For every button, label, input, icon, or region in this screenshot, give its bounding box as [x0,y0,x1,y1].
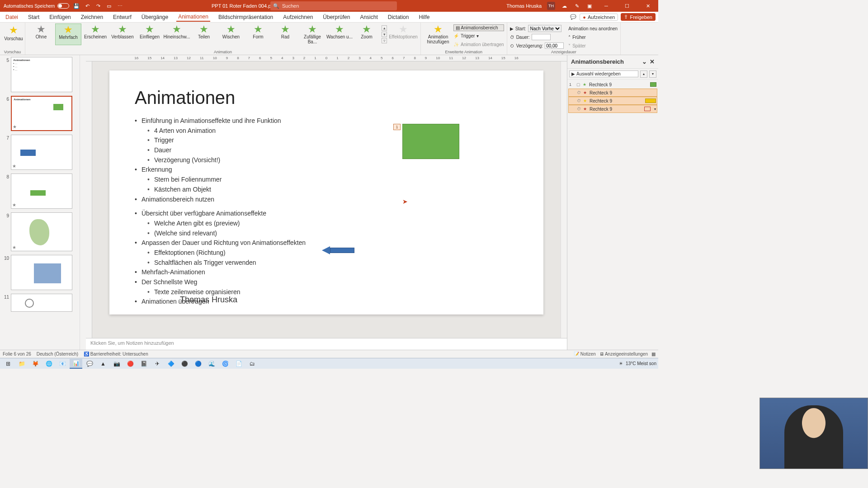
cloud-icon[interactable]: ☁ [561,2,568,9]
weather-icon[interactable]: ☀ [619,361,623,366]
view-normal-icon[interactable]: ▦ [651,352,656,357]
more-icon[interactable]: ⋯ [116,2,123,9]
save-icon[interactable]: 💾 [73,2,80,9]
redo-icon[interactable]: ↷ [94,2,102,9]
thumb-slide-8[interactable]: ★ [11,174,72,209]
slide-author[interactable]: Thomas Hruska [180,295,237,305]
gallery-up[interactable]: ▴ [382,25,387,31]
slide-canvas[interactable]: Animationen Einführung in Animationseffe… [92,61,561,338]
status-notes[interactable]: 📝 Notizen [574,352,596,357]
tab-dictation[interactable]: Dictation [386,13,411,21]
play-selection-button[interactable]: ▶ Auswahl wiedergeben [569,70,638,77]
animation-item[interactable]: ⏱★Rechteck 9▾ [568,105,657,113]
tab-start[interactable]: Start [26,13,41,21]
slide-bullets[interactable]: Einführung in Animationseffekte und ihre… [135,116,518,307]
app4-icon[interactable]: 🔷 [165,359,177,369]
toggle-switch[interactable] [57,3,69,9]
explorer-icon[interactable]: 📁 [15,359,28,369]
firefox-icon[interactable]: 🦊 [29,359,42,369]
app5-icon[interactable]: 🔵 [192,359,204,369]
comments-icon[interactable]: 💬 [570,14,577,21]
tab-help[interactable]: Hilfe [417,13,431,21]
edge-icon[interactable]: 🌀 [219,359,231,369]
minimize-button[interactable]: ─ [599,0,614,12]
tab-view[interactable]: Ansicht [358,13,379,21]
slide[interactable]: Animationen Einführung in Animationseffe… [109,70,543,314]
vlc-icon[interactable]: ▲ [97,359,109,369]
window-icon[interactable]: ▣ [586,2,593,9]
effect-wipe[interactable]: ★Wischen [218,23,244,45]
start-menu-icon[interactable]: ⊞ [2,359,14,369]
effect-appear[interactable]: ★Erscheinen [82,23,108,45]
user-name[interactable]: Thomas Hruska [506,3,542,9]
duration-input[interactable] [532,34,551,40]
thumb-slide-9[interactable]: ★ [11,212,72,251]
animation-item[interactable]: ⏱★Rechteck 9 [568,97,657,105]
undo-icon[interactable]: ↶ [84,2,91,9]
move-earlier[interactable]: ˄ Früher [568,33,618,41]
slideshow-icon[interactable]: ▭ [105,2,113,9]
effect-split[interactable]: ★Teilen [191,23,217,45]
tab-animations[interactable]: Animationen [176,13,210,22]
blue-arrow-shape[interactable] [322,246,354,254]
record-button[interactable]: ●Aufzeichnen [580,14,618,21]
effect-zoom[interactable]: ★Zoom [354,23,380,45]
app6-icon[interactable]: 🌊 [205,359,218,369]
notes-field[interactable]: Klicken Sie, um Notizen hinzuzufügen [86,338,567,350]
app8-icon[interactable]: 🗂 [246,359,259,369]
thumb-slide-6[interactable]: Animationen★ [11,96,72,131]
app-icon[interactable]: 💬 [83,359,96,369]
app3-icon[interactable]: 🔴 [124,359,137,369]
outlook-icon[interactable]: 📧 [56,359,69,369]
tab-transitions[interactable]: Übergänge [140,13,170,21]
chrome-icon[interactable]: 🌐 [42,359,55,369]
effect-flyin[interactable]: ★Einfliegen [137,23,163,45]
user-avatar[interactable]: TH [547,2,555,10]
powerpoint-icon[interactable]: 📊 [70,359,82,369]
trigger-button[interactable]: ⚡ Trigger ▾ [453,32,504,40]
add-animation-button[interactable]: ★Animation hinzufügen [424,23,453,45]
maximize-button[interactable]: ☐ [619,0,635,12]
effect-shape[interactable]: ★Form [245,23,271,45]
status-accessibility[interactable]: ♿ Barrierefreiheit: Untersuchen [84,352,148,357]
effect-floatin[interactable]: ★Hineinschw... [164,23,190,45]
animation-item[interactable]: ⏱★Rechteck 9 [568,89,657,97]
tab-design[interactable]: Entwurf [111,13,133,21]
share-button[interactable]: ⇪Freigeben [621,13,656,21]
weather-text[interactable]: 13°C Meist son [626,361,656,366]
thumb-slide-10[interactable] [11,255,72,290]
animation-pane-toggle[interactable]: ▤ Animationsbereich [453,24,504,31]
effect-fade[interactable]: ★Verblassen [109,23,136,45]
tab-record[interactable]: Aufzeichnen [281,13,315,21]
start-select[interactable]: Nach Vorher... [528,25,561,32]
pane-close-icon[interactable]: ✕ [650,58,655,65]
tab-file[interactable]: Datei [4,13,20,21]
tab-insert[interactable]: Einfügen [47,13,72,21]
effect-multiple[interactable]: ★Mehrfach [55,23,81,45]
effect-none[interactable]: ★Ohne [28,23,54,45]
app2-icon[interactable]: 📷 [110,359,123,369]
pen-icon[interactable]: ✎ [573,2,580,9]
status-display[interactable]: 🖥 Anzeigeeinstellungen [599,352,648,357]
animation-tag[interactable]: 1 [393,124,401,130]
tab-slideshow[interactable]: Bildschirmpräsentation [217,13,275,21]
telegram-icon[interactable]: ✈ [151,359,164,369]
tab-review[interactable]: Überprüfen [321,13,352,21]
preview-button[interactable]: ★ Vorschau [3,23,24,41]
thumb-slide-7[interactable]: ★ [11,135,72,170]
delay-input[interactable] [545,42,564,49]
thumb-scrollbar[interactable] [80,55,86,350]
animation-item[interactable]: 1▢★Rechteck 9 [568,80,657,89]
editor-scrollbar[interactable] [561,61,567,338]
item-up-button[interactable]: ▴ [640,70,647,78]
pane-collapse-icon[interactable]: ⌄ [642,58,647,65]
search-input[interactable] [282,3,394,9]
green-rectangle-shape[interactable] [402,124,459,159]
close-button[interactable]: ✕ [640,0,656,12]
effect-wheel[interactable]: ★Rad [272,23,298,45]
autosave-toggle[interactable]: Automatisches Speichern [4,3,69,9]
onenote-icon[interactable]: 📓 [137,359,150,369]
thumb-slide-5[interactable]: Animationen• ...• ...• ... [11,57,72,92]
gallery-more[interactable]: ▿ [382,38,387,43]
slide-title[interactable]: Animationen [135,88,518,108]
